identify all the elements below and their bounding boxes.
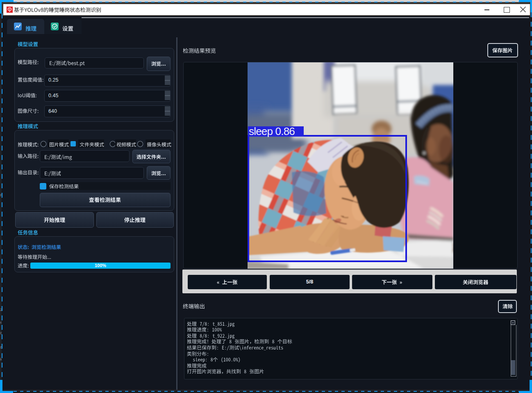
svg-text:sleep 0.86: sleep 0.86 [249,125,295,137]
